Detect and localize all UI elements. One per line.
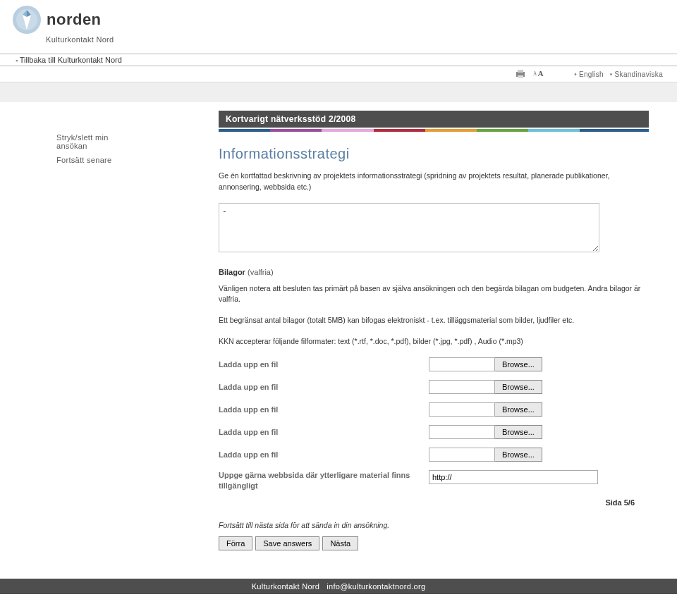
language-links: English Skandinaviska — [570, 70, 663, 78]
section-description: Ge én kortfattad beskrivning av projekte… — [219, 171, 649, 193]
file-input-1[interactable] — [429, 357, 495, 371]
browse-button-5[interactable]: Browse... — [495, 448, 542, 462]
url-input[interactable] — [429, 470, 598, 484]
file-input-2[interactable] — [429, 380, 495, 394]
browse-button-1[interactable]: Browse... — [495, 357, 542, 371]
lang-skandinaviska[interactable]: Skandinaviska — [610, 70, 663, 78]
gray-band — [0, 82, 677, 102]
file-row-1: Ladda upp en fil Browse... — [219, 357, 649, 371]
main-content: Kortvarigt nätverksstöd 2/2008 Informati… — [141, 102, 677, 565]
file-label: Ladda upp en fil — [219, 383, 429, 391]
file-label: Ladda upp en fil — [219, 360, 429, 369]
accent-line — [219, 129, 649, 132]
file-label: Ladda upp en fil — [219, 405, 429, 414]
file-input-5[interactable] — [429, 448, 495, 462]
sidebar-item-delete[interactable]: Stryk/slett min ansökan — [56, 130, 141, 153]
save-button[interactable]: Save answers — [255, 536, 319, 550]
file-row-2: Ladda upp en fil Browse... — [219, 380, 649, 394]
svg-text:A: A — [533, 71, 537, 77]
page-header: norden Kulturkontakt Nord — [0, 0, 677, 47]
button-row: Förra Save answers Nästa — [219, 536, 649, 550]
logo-icon — [13, 6, 41, 34]
nav-strip: Tillbaka till Kulturkontakt Nord AA Engl… — [0, 54, 677, 102]
lang-english[interactable]: English — [574, 70, 604, 78]
back-link[interactable]: Tillbaka till Kulturkontakt Nord — [0, 54, 677, 66]
back-link-label: Tillbaka till Kulturkontakt Nord — [20, 56, 122, 64]
file-row-3: Ladda upp en fil Browse... — [219, 402, 649, 417]
svg-rect-3 — [518, 75, 523, 78]
attachments-heading: Bilagor (valfria) — [219, 268, 649, 276]
footer-email[interactable]: info@kulturkontaktnord.org — [327, 582, 425, 591]
toolbar-row: AA English Skandinaviska — [0, 66, 677, 82]
attachments-p3: KKN accepterar följande filformater: tex… — [219, 336, 649, 347]
prev-button[interactable]: Förra — [219, 536, 252, 550]
url-label: Uppge gärna webbsida där ytterligare mat… — [219, 470, 429, 492]
browse-button-2[interactable]: Browse... — [495, 380, 542, 394]
page-indicator: Sida 5/6 — [219, 498, 649, 507]
sidebar: Stryk/slett min ansökan Fortsätt senare — [0, 102, 141, 565]
footer: Kulturkontakt Nord info@kulturkontaktnor… — [0, 579, 677, 594]
next-button[interactable]: Nästa — [322, 536, 358, 550]
svg-rect-2 — [518, 70, 523, 73]
attachments-p2: Ett begränsat antal bilagor (totalt 5MB)… — [219, 315, 649, 326]
attachments-p1: Vänligen notera att besluten tas primärt… — [219, 283, 649, 306]
attachments-heading-label: Bilagor — [219, 268, 245, 276]
section-heading: Informationsstrategi — [219, 146, 649, 162]
brand-subtitle: Kulturkontakt Nord — [0, 35, 677, 44]
brand-text: norden — [47, 11, 102, 29]
attachments-heading-suffix: (valfria) — [248, 268, 274, 276]
url-row: Uppge gärna webbsida där ytterligare mat… — [219, 470, 649, 492]
sidebar-item-continue-later[interactable]: Fortsätt senare — [56, 153, 141, 167]
browse-button-3[interactable]: Browse... — [495, 402, 542, 417]
print-icon[interactable] — [515, 68, 526, 80]
file-row-5: Ladda upp en fil Browse... — [219, 448, 649, 462]
footer-org: Kulturkontakt Nord — [252, 582, 320, 591]
file-row-4: Ladda upp en fil Browse... — [219, 425, 649, 439]
file-input-3[interactable] — [429, 402, 495, 417]
browse-button-4[interactable]: Browse... — [495, 425, 542, 439]
page-title-bar: Kortvarigt nätverksstöd 2/2008 — [219, 111, 649, 128]
info-strategy-textarea[interactable] — [219, 203, 599, 252]
text-size-icon[interactable]: AA — [533, 68, 544, 80]
file-input-4[interactable] — [429, 425, 495, 439]
svg-text:A: A — [538, 69, 544, 78]
file-label: Ladda upp en fil — [219, 428, 429, 436]
continue-hint: Fortsätt till nästa sida för att sända i… — [219, 521, 649, 529]
logo-row: norden — [0, 6, 677, 34]
file-label: Ladda upp en fil — [219, 450, 429, 459]
